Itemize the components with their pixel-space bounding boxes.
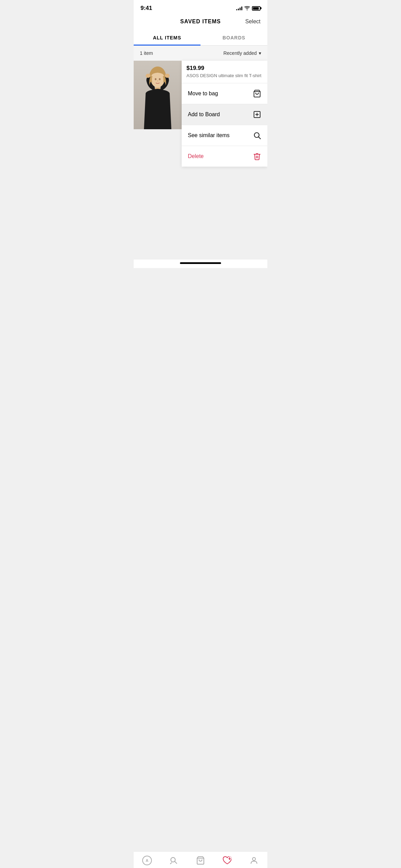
- see-similar-label: See similar items: [188, 132, 230, 138]
- page-title: SAVED ITEMS: [180, 19, 221, 25]
- page-header: SAVED ITEMS Select: [134, 14, 267, 30]
- add-board-icon: [253, 110, 261, 119]
- tab-bar: ALL ITEMS BOARDS: [134, 30, 267, 46]
- status-icons: [236, 6, 260, 11]
- tab-boards[interactable]: BOARDS: [200, 30, 267, 45]
- sort-label: Recently added: [223, 50, 257, 56]
- product-image[interactable]: [134, 61, 182, 129]
- product-card: $19.99 ASOS DESIGN ultimate slim fit T-s…: [134, 61, 267, 129]
- product-image-svg: [134, 61, 182, 129]
- status-bar: 9:41: [134, 0, 267, 14]
- menu-price: $19.99: [186, 65, 263, 72]
- menu-header-info: $19.99 ASOS DESIGN ultimate slim fit T-s…: [182, 61, 267, 83]
- svg-point-0: [247, 10, 247, 10]
- menu-product-name: ASOS DESIGN ultimate slim fit T-shirt: [186, 73, 263, 79]
- trash-icon: [253, 152, 261, 160]
- menu-item-move-to-bag[interactable]: Move to bag: [182, 83, 267, 104]
- item-count: 1 item: [140, 50, 153, 56]
- svg-point-6: [159, 78, 161, 80]
- home-indicator: [134, 260, 267, 268]
- search-icon: [253, 131, 261, 140]
- wifi-icon: [244, 6, 250, 10]
- svg-line-16: [259, 137, 261, 139]
- svg-point-5: [155, 78, 157, 80]
- menu-item-add-to-board[interactable]: Add to Board: [182, 104, 267, 125]
- svg-point-7: [146, 74, 150, 78]
- select-button[interactable]: Select: [245, 19, 260, 25]
- tab-all-items[interactable]: ALL ITEMS: [134, 30, 200, 45]
- signal-icon: [236, 6, 242, 10]
- product-area: $19.99 ASOS DESIGN ultimate slim fit T-s…: [134, 61, 267, 129]
- filter-bar: 1 item Recently added ▾: [134, 46, 267, 61]
- battery-icon: [252, 6, 260, 11]
- sort-dropdown[interactable]: Recently added ▾: [223, 50, 261, 56]
- home-indicator-bar: [180, 262, 221, 264]
- chevron-down-icon: ▾: [259, 50, 261, 56]
- status-time: 9:41: [141, 5, 152, 12]
- add-to-board-label: Add to Board: [188, 111, 220, 118]
- bag-icon: [253, 89, 261, 98]
- context-menu: $19.99 ASOS DESIGN ultimate slim fit T-s…: [182, 61, 267, 167]
- svg-point-8: [165, 74, 170, 78]
- menu-item-delete[interactable]: Delete: [182, 146, 267, 167]
- delete-label: Delete: [188, 153, 204, 159]
- move-to-bag-label: Move to bag: [188, 91, 218, 97]
- menu-item-see-similar[interactable]: See similar items: [182, 125, 267, 146]
